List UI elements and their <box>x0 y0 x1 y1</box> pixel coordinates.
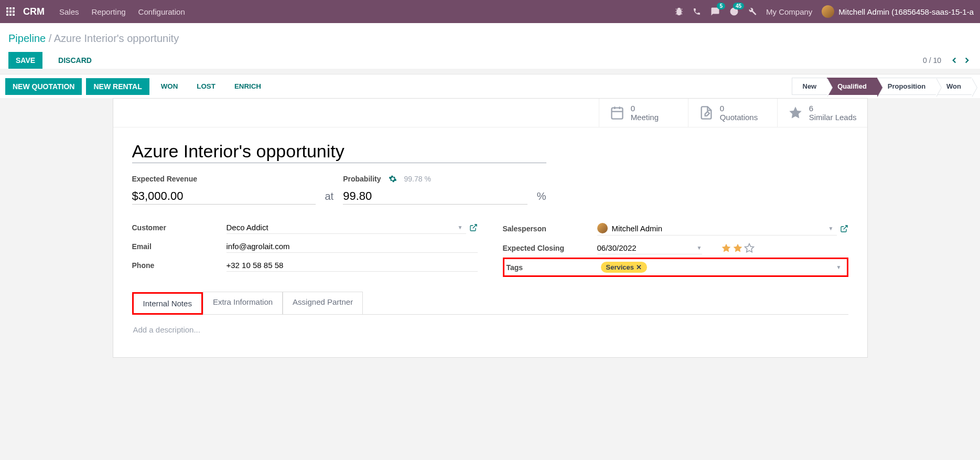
stage-bar: New Qualified Proposition Won <box>792 78 972 95</box>
svg-marker-6 <box>733 244 742 252</box>
probability-input[interactable] <box>343 188 527 205</box>
phone-label: Phone <box>132 261 227 270</box>
activities-icon[interactable]: 45 <box>729 7 739 16</box>
tags-dropdown-icon[interactable]: ▼ <box>836 264 842 270</box>
messages-count: 5 <box>717 3 725 9</box>
tab-internal-notes[interactable]: Internal Notes <box>132 292 203 315</box>
company-switcher[interactable]: My Company <box>766 7 812 16</box>
user-avatar <box>822 5 834 18</box>
control-panel: Pipeline / Azure Interior's opportunity … <box>0 23 980 69</box>
top-nav: CRM Sales Reporting Configuration 5 45 M… <box>0 0 980 23</box>
tab-assigned-partner[interactable]: Assigned Partner <box>283 292 363 314</box>
stat-similar-leads[interactable]: 6 Similar Leads <box>777 99 867 127</box>
user-menu[interactable]: Mitchell Admin (16856458-saas-15-1-a <box>822 5 974 18</box>
percent-label: % <box>537 190 546 205</box>
content-area: 0 Meeting 0 Quotations 6 Similar Leads <box>0 98 980 368</box>
messages-icon[interactable]: 5 <box>710 7 720 16</box>
svg-marker-4 <box>789 106 801 118</box>
tags-label: Tags <box>507 263 601 272</box>
status-bar: New Quotation New Rental Won Lost Enrich… <box>0 74 980 98</box>
salesperson-input[interactable] <box>612 224 828 233</box>
form-sheet: 0 Meeting 0 Quotations 6 Similar Leads <box>113 98 868 358</box>
won-button[interactable]: Won <box>154 78 186 94</box>
tools-icon[interactable] <box>748 7 757 16</box>
stat-meeting[interactable]: 0 Meeting <box>599 99 688 127</box>
external-link-icon[interactable] <box>469 223 478 232</box>
nav-configuration[interactable]: Configuration <box>138 7 185 16</box>
app-brand[interactable]: CRM <box>23 6 45 17</box>
nav-reporting[interactable]: Reporting <box>92 7 126 16</box>
salesperson-dropdown-icon[interactable]: ▼ <box>828 226 834 231</box>
tag-services: Services ✕ <box>601 262 648 273</box>
pager-text: 0 / 10 <box>923 56 941 65</box>
customer-input[interactable] <box>227 223 458 232</box>
tab-extra-information[interactable]: Extra Information <box>203 292 283 314</box>
new-rental-button[interactable]: New Rental <box>86 78 149 95</box>
breadcrumb-current: Azure Interior's opportunity <box>54 33 179 44</box>
breadcrumb-root[interactable]: Pipeline <box>8 33 46 44</box>
calendar-icon <box>610 105 624 120</box>
tags-row: Tags Services ✕ ▼ <box>503 258 848 277</box>
stage-proposition[interactable]: Proposition <box>877 78 936 95</box>
salesperson-label: Salesperson <box>503 224 597 233</box>
tag-remove-icon[interactable]: ✕ <box>636 263 642 271</box>
priority-stars <box>721 243 755 253</box>
description-placeholder: Add a description... <box>133 325 200 334</box>
closing-dropdown-icon[interactable]: ▼ <box>697 245 702 251</box>
pager-prev-icon[interactable] <box>950 56 959 65</box>
save-button[interactable]: Save <box>8 52 42 69</box>
customer-dropdown-icon[interactable]: ▼ <box>458 224 463 230</box>
customer-label: Customer <box>132 223 227 232</box>
star-2-icon[interactable] <box>733 243 743 253</box>
star-3-icon[interactable] <box>744 243 755 253</box>
phone-input[interactable] <box>227 261 478 270</box>
expected-revenue-input[interactable] <box>132 188 316 205</box>
stat-buttons: 0 Meeting 0 Quotations 6 Similar Leads <box>113 99 867 127</box>
new-quotation-button[interactable]: New Quotation <box>5 78 82 95</box>
svg-marker-7 <box>745 244 753 252</box>
external-link-icon[interactable] <box>840 224 848 233</box>
document-edit-icon <box>699 105 714 120</box>
email-label: Email <box>132 242 227 251</box>
enrich-button[interactable]: Enrich <box>227 78 268 94</box>
expected-revenue-label: Expected Revenue <box>132 175 316 183</box>
stat-quotations[interactable]: 0 Quotations <box>688 99 777 127</box>
opportunity-title-input[interactable] <box>132 140 546 163</box>
probability-label: Probability <box>343 175 381 183</box>
probability-auto: 99.78 % <box>404 175 431 183</box>
apps-icon[interactable] <box>6 7 15 16</box>
discard-button[interactable]: Discard <box>51 52 99 69</box>
gear-icon[interactable] <box>389 175 397 183</box>
svg-rect-0 <box>611 108 622 119</box>
tabs: Internal Notes Extra Information Assigne… <box>132 292 848 315</box>
stage-new[interactable]: New <box>792 78 827 95</box>
pager-next-icon[interactable] <box>962 56 972 65</box>
star-icon <box>788 105 803 120</box>
breadcrumb: Pipeline / Azure Interior's opportunity <box>8 33 972 45</box>
email-input[interactable] <box>227 242 478 251</box>
expected-closing-input[interactable] <box>597 243 697 252</box>
description-area[interactable]: Add a description... <box>132 315 848 345</box>
star-1-icon[interactable] <box>721 243 731 253</box>
debug-icon[interactable] <box>675 7 683 16</box>
phone-icon[interactable] <box>693 7 701 16</box>
lost-button[interactable]: Lost <box>189 78 223 94</box>
stage-qualified[interactable]: Qualified <box>827 78 877 95</box>
svg-marker-5 <box>721 244 730 252</box>
expected-closing-label: Expected Closing <box>503 244 597 252</box>
nav-sales[interactable]: Sales <box>59 7 79 16</box>
salesperson-avatar <box>597 223 608 233</box>
activities-count: 45 <box>733 3 744 9</box>
at-label: at <box>325 190 334 205</box>
